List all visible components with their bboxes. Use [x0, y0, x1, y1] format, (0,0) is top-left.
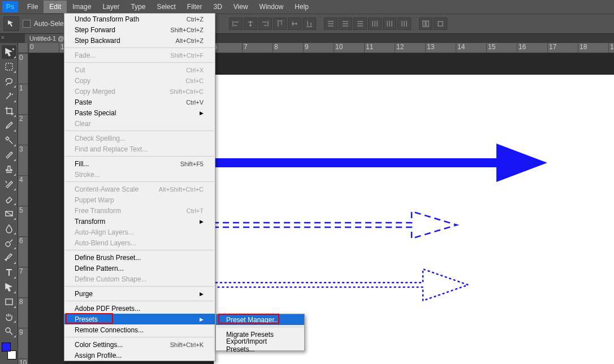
path-select-tool[interactable]: [2, 280, 16, 294]
active-tool-indicator[interactable]: [3, 16, 19, 31]
ruler-tick: 11: [364, 43, 395, 53]
edit-menu-assign-profile[interactable]: Assign Profile...: [64, 350, 215, 361]
edit-menu-clear: Clear: [64, 118, 215, 129]
edit-menu-undo-transform-path[interactable]: Undo Transform PathCtrl+Z: [64, 14, 215, 24]
menubar-view[interactable]: View: [228, 1, 254, 13]
menu-item-label: Paste Special: [75, 109, 116, 117]
menu-item-label: Fill...: [75, 160, 89, 168]
align-bottom-button[interactable]: [302, 18, 316, 30]
panel-grip-icon[interactable]: ≡: [1, 34, 6, 40]
menu-item-label: Find and Replace Text...: [75, 145, 148, 153]
ruler-tick: 17: [547, 43, 578, 53]
crop-tool[interactable]: [2, 104, 16, 118]
arrange-3d-button[interactable]: [434, 18, 447, 30]
align-left-button[interactable]: [229, 18, 243, 30]
lasso-tool[interactable]: [2, 75, 16, 88]
dist-bottom-button[interactable]: [353, 18, 367, 30]
edit-menu-fill[interactable]: Fill...Shift+F5: [64, 158, 215, 169]
submenu-arrow-icon: ▶: [200, 291, 204, 297]
brush-tool[interactable]: [2, 148, 16, 162]
edit-menu-presets[interactable]: Presets▶: [64, 314, 215, 324]
menu-item-label: Free Transform: [75, 207, 121, 215]
eyedropper-tool[interactable]: [2, 119, 16, 132]
hand-tool[interactable]: [2, 310, 16, 323]
edit-menu-step-backward[interactable]: Step BackwardAlt+Ctrl+Z: [64, 35, 215, 46]
color-swatches[interactable]: [2, 343, 16, 359]
gradient-tool[interactable]: [2, 207, 16, 220]
dodge-tool[interactable]: [2, 236, 16, 250]
edit-menu-paste[interactable]: PasteCtrl+V: [64, 97, 215, 107]
edit-menu-define-brush-preset[interactable]: Define Brush Preset...: [64, 252, 215, 263]
align-right-button[interactable]: [258, 18, 272, 30]
edit-menu-dropdown: Undo Transform PathCtrl+ZStep ForwardShi…: [64, 13, 215, 361]
edit-menu-remote-connections[interactable]: Remote Connections...: [64, 324, 215, 335]
menubar-type[interactable]: Type: [125, 1, 151, 13]
edit-menu-paste-special[interactable]: Paste Special▶: [64, 107, 215, 118]
vertical-ruler[interactable]: 012345678910: [18, 53, 28, 364]
edit-menu-color-settings[interactable]: Color Settings...Shift+Ctrl+K: [64, 339, 215, 350]
menubar-3d[interactable]: 3D: [207, 1, 227, 13]
ruler-tick: 3: [18, 145, 28, 175]
app-logo: Ps: [2, 1, 18, 12]
edit-menu-adobe-pdf-presets[interactable]: Adobe PDF Presets...: [64, 303, 215, 314]
menubar-window[interactable]: Window: [254, 1, 289, 13]
pen-tool[interactable]: [2, 251, 16, 265]
presets-submenu-preset-manager[interactable]: Preset Manager...: [216, 314, 304, 325]
align-top-button[interactable]: [273, 18, 287, 30]
align-vcenter-button[interactable]: [288, 18, 301, 30]
dist-top-button[interactable]: [324, 18, 338, 30]
ruler-origin[interactable]: [18, 43, 28, 53]
menubar-help[interactable]: Help: [289, 1, 314, 13]
edit-menu-stroke: Stroke...: [64, 169, 215, 180]
dist-hcenter-button[interactable]: [383, 18, 396, 30]
type-tool[interactable]: [2, 266, 16, 279]
history-brush-tool[interactable]: [2, 177, 16, 191]
menu-item-shortcut: Alt+Ctrl+Z: [175, 37, 204, 44]
menu-item-label: Presets: [75, 315, 98, 323]
submenu-arrow-icon: ▶: [200, 110, 204, 116]
menu-item-shortcut: Ctrl+X: [186, 67, 204, 73]
menubar-image[interactable]: Image: [67, 1, 97, 13]
foreground-color[interactable]: [2, 343, 11, 352]
align-hcenter-button[interactable]: [244, 18, 257, 30]
svg-rect-0: [423, 21, 425, 27]
arrange-auto-button[interactable]: [419, 18, 433, 30]
magic-wand-tool[interactable]: [2, 89, 16, 103]
eraser-tool[interactable]: [2, 192, 16, 206]
edit-menu-purge[interactable]: Purge▶: [64, 288, 215, 299]
healing-brush-tool[interactable]: [2, 133, 16, 147]
ruler-tick: 4: [18, 175, 28, 206]
shape-tool[interactable]: [2, 295, 16, 309]
menubar-filter[interactable]: Filter: [181, 1, 208, 13]
dist-vcenter-button[interactable]: [339, 18, 352, 30]
menubar-file[interactable]: File: [21, 1, 44, 13]
ruler-tick: 8: [273, 43, 303, 53]
dashed-arrow-shape: [202, 203, 474, 249]
marquee-tool[interactable]: [2, 60, 16, 73]
presets-submenu-separator: [217, 327, 304, 327]
menu-item-shortcut: Shift+Ctrl+C: [170, 88, 204, 95]
ruler-tick: 6: [211, 43, 242, 53]
move-tool[interactable]: [2, 45, 16, 59]
menu-item-label: Assign Profile...: [75, 352, 122, 359]
menu-item-shortcut: Shift+Ctrl+K: [170, 341, 204, 348]
menubar: Ps FileEditImageLayerTypeSelectFilter3DV…: [0, 0, 614, 14]
ruler-tick: 9: [303, 43, 334, 53]
edit-menu-check-spelling: Check Spelling...: [64, 133, 215, 144]
edit-menu-transform[interactable]: Transform▶: [64, 216, 215, 227]
dist-right-button[interactable]: [397, 18, 411, 30]
blur-tool[interactable]: [2, 222, 16, 235]
background-color[interactable]: [7, 350, 16, 359]
auto-select-checkbox[interactable]: [23, 20, 31, 28]
menubar-select[interactable]: Select: [151, 1, 181, 13]
menubar-edit[interactable]: Edit: [44, 1, 67, 13]
menu-item-shortcut: Ctrl+V: [186, 99, 204, 106]
presets-submenu-export-import-presets[interactable]: Export/Import Presets...: [216, 340, 304, 350]
dist-left-button[interactable]: [368, 18, 382, 30]
menubar-layer[interactable]: Layer: [97, 1, 125, 13]
stamp-tool[interactable]: [2, 163, 16, 176]
zoom-tool[interactable]: [2, 324, 16, 338]
edit-menu-step-forward[interactable]: Step ForwardShift+Ctrl+Z: [64, 24, 215, 35]
edit-menu-define-pattern[interactable]: Define Pattern...: [64, 263, 215, 274]
edit-menu-cut: CutCtrl+X: [64, 64, 215, 75]
